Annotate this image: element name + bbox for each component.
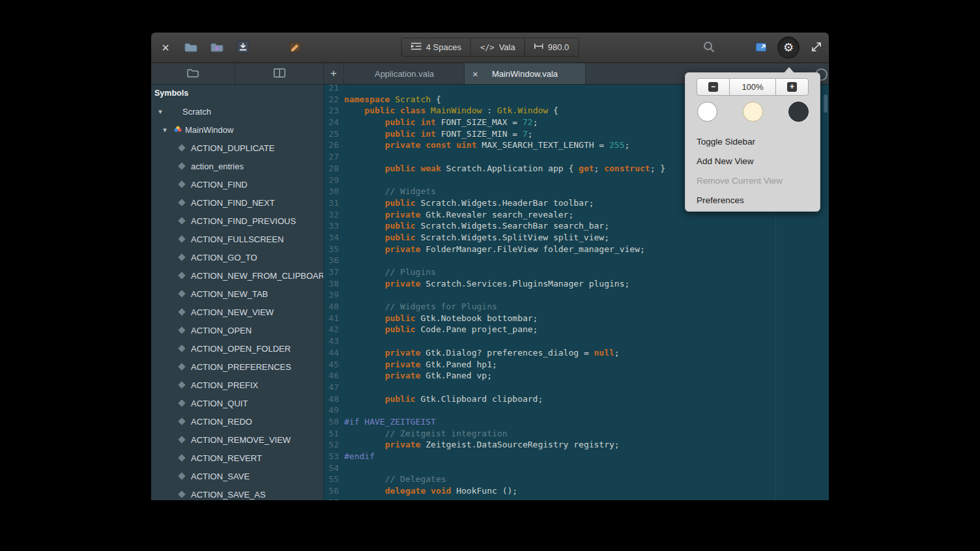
- fullscreen-button[interactable]: [806, 38, 827, 57]
- zoom-level[interactable]: 100%: [730, 78, 775, 96]
- code-line-49[interactable]: 49: [324, 404, 829, 416]
- editor-scrollbar[interactable]: [824, 94, 828, 113]
- symbol-row-action-remove-view[interactable]: ACTION_REMOVE_VIEW: [151, 431, 323, 449]
- folder-open-icon: [184, 42, 197, 54]
- save-button[interactable]: [233, 38, 253, 57]
- code-text: namespace Scratch {: [344, 94, 441, 106]
- symbol-diamond-icon: [178, 180, 185, 188]
- style-sepia-button[interactable]: [743, 102, 763, 122]
- open-file-button[interactable]: [180, 38, 201, 57]
- code-line-35[interactable]: 35 private FolderManager.FileView folder…: [324, 244, 829, 255]
- symbol-row-action-preferences[interactable]: ACTION_PREFERENCES: [151, 358, 323, 376]
- project-folder-toggle-button[interactable]: [151, 63, 235, 84]
- chevron-down-icon[interactable]: ▾: [160, 126, 170, 134]
- tab-close-button[interactable]: ×: [470, 63, 481, 84]
- popover-menu: Toggle SidebarAdd New ViewRemove Current…: [685, 132, 820, 210]
- zoom-out-button[interactable]: −: [697, 78, 730, 96]
- line-number: 41: [324, 313, 339, 324]
- code-line-47[interactable]: 47: [324, 382, 829, 393]
- code-text: #endif: [344, 451, 375, 462]
- symbol-row-action-save[interactable]: ACTION_SAVE: [151, 467, 323, 485]
- symbol-row-action-prefix[interactable]: ACTION_PREFIX: [151, 376, 323, 394]
- symbol-row-action-quit[interactable]: ACTION_QUIT: [151, 394, 323, 412]
- symbol-row-action-duplicate[interactable]: ACTION_DUPLICATE: [151, 139, 323, 157]
- symbol-row-action-entries[interactable]: action_entries: [151, 157, 323, 175]
- tab-application-vala[interactable]: Application.vala: [343, 63, 465, 84]
- symbol-label: ACTION_REDO: [191, 417, 252, 427]
- code-line-34[interactable]: 34 public Scratch.Widgets.SplitView spli…: [324, 232, 829, 244]
- code-line-45[interactable]: 45 private Gtk.Paned hp1;: [324, 359, 829, 371]
- code-line-38[interactable]: 38 private Scratch.Services.PluginsManag…: [324, 278, 829, 290]
- symbol-row-action-open-folder[interactable]: ACTION_OPEN_FOLDER: [151, 339, 323, 358]
- symbol-row-action-new-tab[interactable]: ACTION_NEW_TAB: [151, 285, 323, 303]
- symbol-row-scratch[interactable]: ▾Scratch: [151, 102, 323, 120]
- symbol-label: action_entries: [191, 162, 244, 171]
- indent-icon: [411, 42, 422, 52]
- symbol-label: ACTION_NEW_VIEW: [191, 307, 274, 317]
- new-tab-button[interactable]: +: [324, 63, 343, 84]
- code-line-41[interactable]: 41 public Gtk.Notebook bottombar;: [324, 313, 829, 324]
- symbol-diamond-icon: [178, 381, 185, 388]
- line-number: 30: [324, 186, 339, 197]
- desktop-background: ×: [0, 0, 980, 551]
- chevron-down-icon[interactable]: ▾: [155, 107, 166, 116]
- split-view-toggle-button[interactable]: [236, 63, 324, 84]
- code-line-52[interactable]: 52 private Zeitgeist.DataSourceRegistry …: [324, 439, 829, 451]
- code-line-42[interactable]: 42 public Code.Pane project_pane;: [324, 324, 829, 335]
- symbol-row-action-fullscreen[interactable]: ACTION_FULLSCREEN: [151, 230, 323, 248]
- symbol-row-action-new-view[interactable]: ACTION_NEW_VIEW: [151, 303, 323, 321]
- symbol-label: ACTION_FIND_PREVIOUS: [191, 216, 296, 226]
- goto-line-button[interactable]: 980.0: [525, 38, 579, 57]
- tab-mainwindow-vala[interactable]: × MainWindow.vala: [464, 63, 586, 84]
- symbol-diamond-icon: [178, 272, 185, 279]
- code-line-53[interactable]: 53#endif: [324, 451, 829, 462]
- code-line-55[interactable]: 55 // Delegates: [324, 473, 829, 485]
- symbol-label: ACTION_REMOVE_VIEW: [191, 435, 291, 445]
- share-button[interactable]: [752, 38, 773, 57]
- zoom-in-button[interactable]: +: [775, 78, 809, 96]
- code-line-56[interactable]: 56 delegate void HookFunc ();: [324, 485, 829, 497]
- code-line-48[interactable]: 48 public Gtk.Clipboard clipboard;: [324, 393, 829, 405]
- symbol-row-action-go-to[interactable]: ACTION_GO_TO: [151, 248, 323, 266]
- symbol-diamond-icon: [178, 363, 185, 370]
- code-line-43[interactable]: 43: [324, 335, 829, 347]
- code-text: public Scratch.Widgets.SearchBar search_…: [344, 220, 609, 232]
- style-light-button[interactable]: [697, 102, 717, 122]
- code-line-39[interactable]: 39: [324, 289, 829, 301]
- symbol-row-action-open[interactable]: ACTION_OPEN: [151, 321, 323, 339]
- symbol-row-action-find[interactable]: ACTION_FIND: [151, 175, 323, 193]
- menu-item-preferences[interactable]: Preferences: [685, 191, 820, 210]
- close-button[interactable]: ×: [156, 38, 175, 57]
- code-line-46[interactable]: 46 private Gtk.Paned vp;: [324, 370, 829, 382]
- language-button[interactable]: </> Vala: [471, 38, 525, 57]
- symbol-diamond-icon: [178, 162, 185, 169]
- symbol-row-action-revert[interactable]: ACTION_REVERT: [151, 449, 323, 467]
- code-line-51[interactable]: 51 // Zeitgeist integration: [324, 428, 829, 440]
- symbol-row-action-redo[interactable]: ACTION_REDO: [151, 412, 323, 431]
- code-line-57[interactable]: 57: [324, 497, 829, 500]
- settings-button[interactable]: ⚙: [777, 36, 800, 59]
- line-number: 44: [324, 347, 339, 359]
- symbol-row-mainwindow[interactable]: ▾MainWindow: [151, 120, 323, 139]
- code-line-36[interactable]: 36: [324, 255, 829, 266]
- style-dark-button[interactable]: [788, 102, 809, 122]
- code-line-37[interactable]: 37 // Plugins: [324, 266, 829, 278]
- open-folder-button[interactable]: [207, 38, 227, 57]
- search-button[interactable]: [699, 38, 719, 57]
- line-number: 47: [324, 382, 339, 393]
- menu-item-add-new-view[interactable]: Add New View: [685, 152, 820, 171]
- symbol-row-action-new-from-clipboard[interactable]: ACTION_NEW_FROM_CLIPBOARD: [151, 266, 323, 285]
- code-line-44[interactable]: 44 private Gtk.Dialog? preferences_dialo…: [324, 347, 829, 359]
- line-number: 37: [324, 266, 339, 278]
- symbol-row-action-find-next[interactable]: ACTION_FIND_NEXT: [151, 193, 323, 212]
- menu-item-toggle-sidebar[interactable]: Toggle Sidebar: [685, 132, 820, 152]
- code-line-54[interactable]: 54: [324, 462, 829, 474]
- indent-width-button[interactable]: 4 Spaces: [401, 38, 471, 57]
- code-line-50[interactable]: 50#if HAVE_ZEITGEIST: [324, 416, 829, 428]
- symbol-diamond-icon: [178, 217, 185, 224]
- symbol-row-action-save-as[interactable]: ACTION_SAVE_AS: [151, 485, 323, 500]
- symbol-row-action-find-previous[interactable]: ACTION_FIND_PREVIOUS: [151, 212, 323, 230]
- templates-button[interactable]: [285, 38, 306, 57]
- code-line-40[interactable]: 40 // Widgets for Plugins: [324, 301, 829, 313]
- code-line-33[interactable]: 33 public Scratch.Widgets.SearchBar sear…: [324, 220, 829, 232]
